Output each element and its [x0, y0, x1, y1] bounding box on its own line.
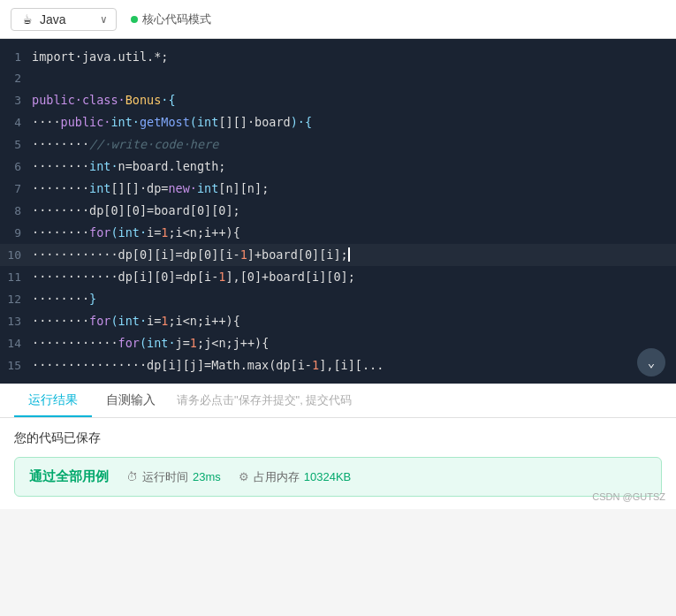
code-line: 2 — [0, 68, 676, 89]
line-number: 6 — [0, 156, 32, 178]
line-number: 10 — [0, 245, 32, 266]
toolbar: ☕ Java ∨ 核心代码模式 — [0, 0, 676, 39]
line-code: ············for(int·j=1;j<n;j++){ — [32, 332, 269, 354]
status-dot — [131, 16, 138, 23]
line-number: 7 — [0, 179, 32, 200]
core-mode-label: 核心代码模式 — [142, 11, 211, 27]
line-code: ················dp[i][j]=Math.max(dp[i-1… — [32, 354, 384, 376]
language-label: Java — [40, 12, 66, 27]
line-number: 9 — [0, 223, 32, 244]
line-code: ········} — [32, 288, 96, 309]
code-line: 14············for(int·j=1;j<n;j++){ — [0, 332, 676, 354]
mem-value: 10324KB — [304, 470, 352, 483]
line-number: 11 — [0, 267, 32, 288]
code-line: 8········dp[0][0]=board[0][0]; — [0, 200, 676, 222]
scroll-down-button[interactable]: ⌄ — [637, 348, 665, 376]
line-code: import·java.util.*; — [32, 46, 168, 67]
lang-selector-left: ☕ Java — [20, 12, 66, 27]
time-label: 运行时间 — [142, 469, 188, 485]
line-code: ········//·write·code·here — [32, 133, 218, 155]
line-number: 5 — [0, 134, 32, 156]
chevron-down-icon: ∨ — [101, 13, 107, 26]
code-line: 13········for(int·i=1;i<n;i++){ — [0, 310, 676, 332]
line-code: ········dp[0][0]=board[0][0]; — [32, 200, 240, 221]
code-line: 3public·class·Bonus·{ — [0, 89, 676, 111]
code-editor[interactable]: 1import·java.util.*;23public·class·Bonus… — [0, 39, 676, 384]
memory-metric: ⚙ 占用内存 10324KB — [239, 469, 352, 485]
code-line: 4····public·int·getMost(int[][]·board)·{ — [0, 111, 676, 133]
tab-custom-input[interactable]: 自测输入 — [92, 384, 170, 417]
bottom-area: 您的代码已保存 通过全部用例 ⏱ 运行时间 23ms ⚙ 占用内存 10324K… — [0, 418, 676, 509]
gear-icon: ⚙ — [239, 470, 249, 483]
line-number: 2 — [0, 68, 32, 89]
code-line: 1import·java.util.*; — [0, 46, 676, 68]
code-lines: 1import·java.util.*;23public·class·Bonus… — [0, 39, 676, 384]
line-number: 14 — [0, 333, 32, 354]
line-code: ········for(int·i=1;i<n;i++){ — [32, 310, 240, 331]
line-number: 8 — [0, 201, 32, 222]
pass-label: 通过全部用例 — [29, 468, 109, 485]
line-number: 1 — [0, 47, 32, 68]
result-card: 通过全部用例 ⏱ 运行时间 23ms ⚙ 占用内存 10324KB — [14, 457, 662, 497]
line-number: 12 — [0, 289, 32, 310]
code-line: 7········int[][]·dp=new·int[n][n]; — [0, 178, 676, 200]
line-code: ········int·n=board.length; — [32, 156, 225, 177]
results-area: 您的代码已保存 通过全部用例 ⏱ 运行时间 23ms ⚙ 占用内存 10324K… — [0, 418, 676, 509]
line-number: 15 — [0, 355, 32, 376]
code-line: 11············dp[i][0]=dp[i-1],[0]+board… — [0, 266, 676, 288]
code-line: 15················dp[i][j]=Math.max(dp[i… — [0, 354, 676, 376]
code-line: 10············dp[0][i]=dp[0][i-1]+board[… — [0, 244, 676, 266]
line-code: ········int[][]·dp=new·int[n][n]; — [32, 178, 269, 199]
clock-icon: ⏱ — [126, 470, 138, 483]
line-number: 13 — [0, 311, 32, 332]
code-line: 9········for(int·i=1;i<n;i++){ — [0, 222, 676, 244]
tabs-bar: 运行结果 自测输入 请务必点击"保存并提交", 提交代码 — [0, 384, 676, 418]
line-number: 3 — [0, 90, 32, 111]
core-mode-indicator: 核心代码模式 — [131, 11, 211, 27]
java-icon: ☕ — [20, 12, 34, 27]
saved-message: 您的代码已保存 — [14, 430, 662, 446]
language-selector[interactable]: ☕ Java ∨ — [11, 8, 117, 31]
code-line: 5········//·write·code·here — [0, 133, 676, 156]
line-code: ····public·int·getMost(int[][]·board)·{ — [32, 111, 312, 133]
submit-hint: 请务必点击"保存并提交", 提交代码 — [170, 384, 359, 417]
line-code: ········for(int·i=1;i<n;i++){ — [32, 222, 240, 243]
tab-run-result[interactable]: 运行结果 — [14, 384, 92, 417]
line-code: ············dp[0][i]=dp[0][i-1]+board[0]… — [32, 244, 350, 265]
mem-label: 占用内存 — [254, 469, 300, 485]
code-line: 12········} — [0, 288, 676, 310]
watermark: CSDN @GUTSZ — [592, 491, 665, 502]
line-code: public·class·Bonus·{ — [32, 89, 176, 110]
code-line: 6········int·n=board.length; — [0, 156, 676, 178]
line-number: 4 — [0, 112, 32, 133]
runtime-metric: ⏱ 运行时间 23ms — [126, 469, 221, 485]
time-value: 23ms — [193, 470, 221, 483]
line-code: ············dp[i][0]=dp[i-1],[0]+board[i… — [32, 266, 355, 287]
